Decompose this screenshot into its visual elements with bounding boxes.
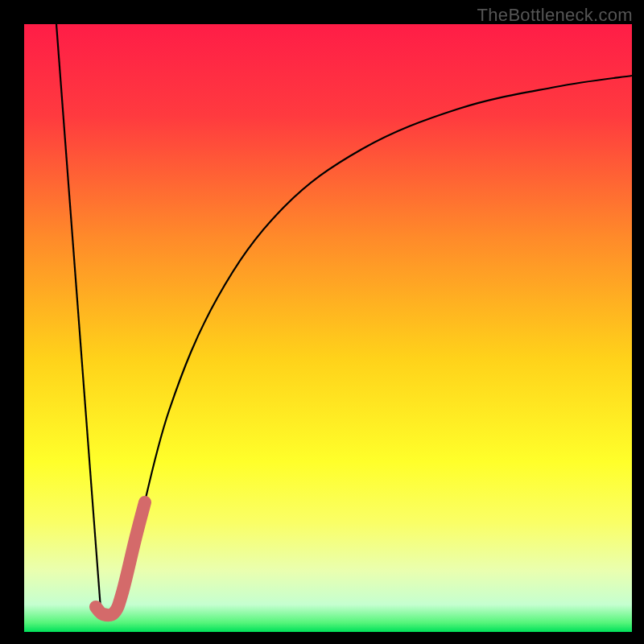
plot-area xyxy=(24,24,632,632)
pink-hook xyxy=(96,502,145,615)
chart-frame: TheBottleneck.com xyxy=(0,0,644,644)
curves-layer xyxy=(24,24,632,632)
dip-line xyxy=(56,24,101,609)
watermark-text: TheBottleneck.com xyxy=(477,5,633,26)
rise-curve xyxy=(121,76,632,597)
